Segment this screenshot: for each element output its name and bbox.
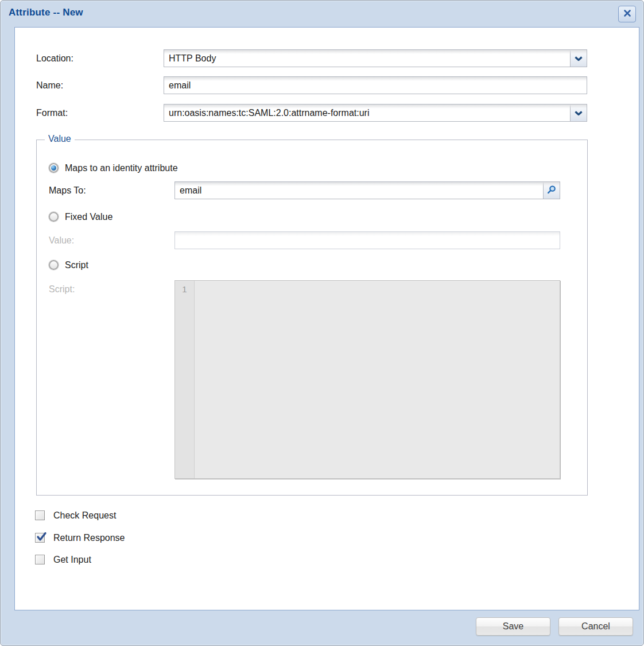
maps-to-identity-radio-label: Maps to an identity attribute xyxy=(65,162,178,175)
location-label: Location: xyxy=(36,49,73,67)
maps-to-picker-field[interactable] xyxy=(174,181,560,199)
close-icon xyxy=(623,9,631,20)
maps-to-identity-radio[interactable] xyxy=(49,163,59,173)
editor-line-number-gutter: 1 xyxy=(175,281,195,478)
dialog-title: Attribute -- New xyxy=(9,7,83,18)
get-input-label: Get Input xyxy=(53,554,91,566)
check-request-label: Check Request xyxy=(53,510,116,521)
script-code-editor[interactable]: 1 xyxy=(174,280,560,479)
script-label: Script: xyxy=(49,280,75,298)
name-label: Name: xyxy=(36,76,63,94)
maps-to-input[interactable] xyxy=(175,182,543,199)
name-field[interactable] xyxy=(164,76,587,94)
script-radio-label: Script xyxy=(65,259,88,272)
fixed-value-label: Value: xyxy=(49,231,74,249)
close-button[interactable] xyxy=(618,6,636,22)
value-fieldset-legend: Value xyxy=(45,134,75,144)
return-response-checkbox[interactable] xyxy=(35,533,45,543)
fixed-value-field[interactable] xyxy=(174,231,560,249)
maps-to-label: Maps To: xyxy=(49,181,86,199)
location-dropdown-trigger[interactable] xyxy=(570,50,587,67)
get-input-checkbox[interactable] xyxy=(35,555,45,564)
return-response-label: Return Response xyxy=(53,532,125,544)
format-dropdown-trigger[interactable] xyxy=(570,105,587,121)
fixed-value-input[interactable] xyxy=(175,232,560,249)
dialog-titlebar[interactable]: Attribute -- New xyxy=(1,1,643,27)
maps-to-search-trigger[interactable] xyxy=(543,182,560,199)
chevron-down-icon xyxy=(575,108,583,118)
search-icon xyxy=(547,185,556,196)
screenshot-stage: Attribute -- New Location: xyxy=(0,0,644,646)
format-label: Format: xyxy=(36,104,68,122)
cancel-button[interactable]: Cancel xyxy=(558,617,633,636)
location-combobox[interactable] xyxy=(164,49,587,67)
fixed-value-radio-label: Fixed Value xyxy=(65,211,112,223)
format-input[interactable] xyxy=(164,105,570,121)
format-combobox[interactable] xyxy=(164,104,587,122)
save-button[interactable]: Save xyxy=(476,617,550,636)
attribute-dialog-window: Attribute -- New Location: xyxy=(0,0,644,646)
location-input[interactable] xyxy=(164,50,570,67)
script-radio[interactable] xyxy=(49,260,59,270)
check-request-checkbox[interactable] xyxy=(35,510,45,520)
name-input[interactable] xyxy=(164,77,587,94)
editor-content-area[interactable] xyxy=(195,281,560,478)
fixed-value-radio[interactable] xyxy=(49,212,59,222)
chevron-down-icon xyxy=(575,53,583,64)
line-number: 1 xyxy=(182,284,187,294)
